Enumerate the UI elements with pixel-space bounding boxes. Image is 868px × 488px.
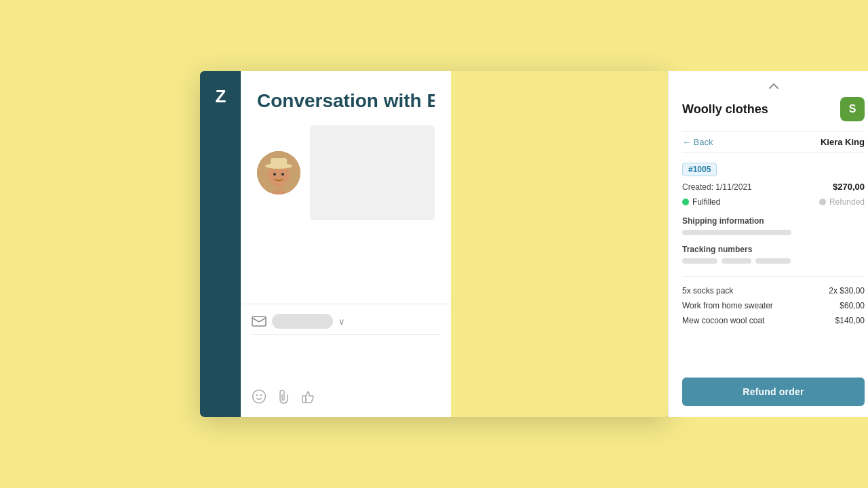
fulfilled-dot <box>682 199 689 205</box>
order-badge: #1005 <box>682 163 717 176</box>
order-meta-row: Created: 1/11/2021 $270,00 <box>682 182 865 192</box>
emoji-icon[interactable] <box>252 389 267 407</box>
back-row: ← Back Kiera King <box>682 131 865 153</box>
refund-order-button[interactable]: Refund order <box>682 378 865 406</box>
svg-point-10 <box>256 394 258 396</box>
tracking-pill-2 <box>722 258 751 264</box>
tracking-row <box>682 258 865 264</box>
email-icon <box>252 316 267 327</box>
sidebar: Z <box>200 71 241 417</box>
refunded-label: Refunded <box>829 197 865 207</box>
order-panel-inner: Woolly clothes S ← Back Kiera King #1005… <box>669 71 868 368</box>
order-date: Created: 1/11/2021 <box>682 182 752 192</box>
svg-point-11 <box>260 394 262 396</box>
compose-text-area[interactable] <box>252 342 440 382</box>
item-price-2: $60,00 <box>840 301 865 310</box>
refund-btn-wrapper: Refund order <box>669 368 868 417</box>
tracking-label: Tracking numbers <box>682 245 865 254</box>
tracking-pill-1 <box>682 258 717 264</box>
collapse-button[interactable] <box>682 81 865 92</box>
message-placeholder <box>310 125 435 220</box>
svg-point-6 <box>273 173 276 176</box>
compose-recipient-pill <box>272 314 333 329</box>
fulfilled-label: Fulfilled <box>692 197 720 207</box>
conversation-panel: Conversation with Est <box>241 71 451 417</box>
compose-toolbar <box>252 389 440 407</box>
svg-point-7 <box>281 173 284 176</box>
shipping-placeholder <box>682 230 791 235</box>
status-refunded: Refunded <box>819 197 865 207</box>
order-items: 5x socks pack 2x $30,00 Work from home s… <box>682 276 865 325</box>
order-header: Woolly clothes S <box>682 97 865 121</box>
item-name-1: 5x socks pack <box>682 286 733 296</box>
refunded-dot <box>819 199 826 205</box>
app-logo: Z <box>216 87 226 105</box>
thumbsup-icon[interactable] <box>300 389 315 407</box>
store-name: Woolly clothes <box>682 102 768 117</box>
avatar <box>257 151 300 195</box>
compose-top: ∨ <box>252 314 440 335</box>
chevron-down-icon[interactable]: ∨ <box>338 317 345 327</box>
item-price-3: $140,00 <box>835 316 865 325</box>
shipping-label: Shipping information <box>682 216 865 226</box>
item-price-1: 2x $30,00 <box>829 286 865 296</box>
svg-point-9 <box>253 390 266 403</box>
tracking-pill-3 <box>755 258 791 264</box>
avatar-row <box>257 125 435 220</box>
order-amount: $270,00 <box>833 182 865 192</box>
svg-rect-8 <box>252 317 266 326</box>
order-item-row: Mew cocoon wool coat $140,00 <box>682 316 865 325</box>
item-name-3: Mew cocoon wool coat <box>682 316 764 325</box>
conversation-title: Conversation with Est <box>257 90 435 112</box>
item-name-2: Work from home sweater <box>682 301 773 310</box>
order-item-row: Work from home sweater $60,00 <box>682 301 865 310</box>
conversation-body <box>241 125 451 304</box>
order-panel: Woolly clothes S ← Back Kiera King #1005… <box>668 71 868 417</box>
status-fulfilled: Fulfilled <box>682 197 720 207</box>
compose-area: ∨ <box>241 304 451 417</box>
svg-rect-12 <box>302 396 306 403</box>
customer-name: Kiera King <box>821 137 865 147</box>
conversation-header: Conversation with Est <box>241 71 451 125</box>
order-status-row: Fulfilled Refunded <box>682 197 865 207</box>
back-button[interactable]: ← Back <box>682 137 713 147</box>
shopify-icon: S <box>840 97 865 121</box>
order-item-row: 5x socks pack 2x $30,00 <box>682 286 865 296</box>
svg-rect-5 <box>271 158 287 167</box>
attach-icon[interactable] <box>277 389 290 407</box>
